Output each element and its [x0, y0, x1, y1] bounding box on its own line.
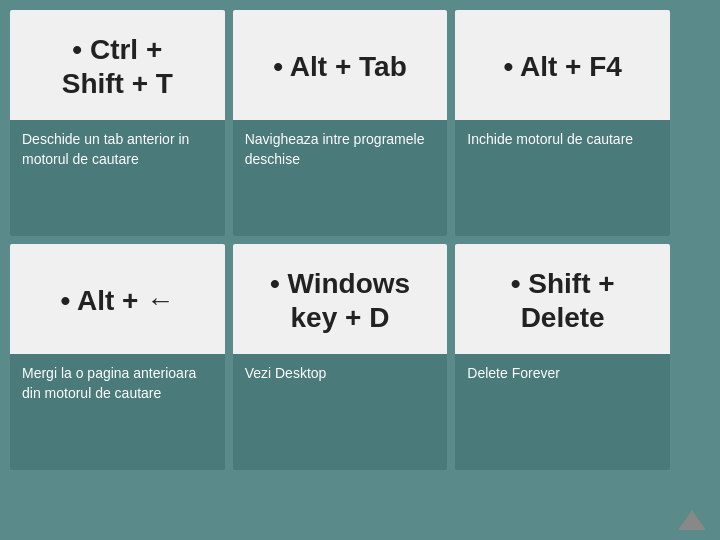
card-ctrl-shift-t: • Ctrl + Shift + T Deschide un tab anter…: [10, 10, 225, 236]
card-bottom-shift-delete: Delete Forever: [455, 354, 670, 470]
card-bottom-windows-d: Vezi Desktop: [233, 354, 448, 470]
card-alt-f4: • Alt + F4 Inchide motorul de cautare: [455, 10, 670, 236]
card-top-alt-left: • Alt + ←: [10, 244, 225, 354]
shortcut-alt-tab: • Alt + Tab: [273, 50, 406, 84]
card-top-alt-f4: • Alt + F4: [455, 10, 670, 120]
card-top-shift-delete: • Shift + Delete: [455, 244, 670, 354]
card-bottom-alt-tab: Navigheaza intre programele deschise: [233, 120, 448, 236]
desc-ctrl-shift-t: Deschide un tab anterior in motorul de c…: [22, 130, 213, 169]
card-bottom-alt-left: Mergi la o pagina anterioara din motorul…: [10, 354, 225, 470]
shortcut-alt-left: • Alt + ←: [60, 284, 174, 318]
shortcut-shift-delete: • Shift + Delete: [511, 267, 615, 334]
desc-alt-tab: Navigheaza intre programele deschise: [245, 130, 436, 169]
card-bottom-alt-f4: Inchide motorul de cautare: [455, 120, 670, 236]
page-wrapper: • Ctrl + Shift + T Deschide un tab anter…: [0, 0, 720, 540]
desc-alt-f4: Inchide motorul de cautare: [467, 130, 633, 150]
card-top-alt-tab: • Alt + Tab: [233, 10, 448, 120]
home-icon: [678, 510, 706, 530]
card-top-ctrl-shift-t: • Ctrl + Shift + T: [10, 10, 225, 120]
desc-shift-delete: Delete Forever: [467, 364, 560, 384]
card-windows-d: • Windows key + D Vezi Desktop: [233, 244, 448, 470]
shortcut-windows-d: • Windows key + D: [270, 267, 410, 334]
card-alt-tab: • Alt + Tab Navigheaza intre programele …: [233, 10, 448, 236]
card-shift-delete: • Shift + Delete Delete Forever: [455, 244, 670, 470]
desc-alt-left: Mergi la o pagina anterioara din motorul…: [22, 364, 213, 403]
card-top-windows-d: • Windows key + D: [233, 244, 448, 354]
card-alt-left: • Alt + ← Mergi la o pagina anterioara d…: [10, 244, 225, 470]
shortcut-alt-f4: • Alt + F4: [503, 50, 621, 84]
shortcut-grid: • Ctrl + Shift + T Deschide un tab anter…: [0, 0, 680, 480]
card-bottom-ctrl-shift-t: Deschide un tab anterior in motorul de c…: [10, 120, 225, 236]
desc-windows-d: Vezi Desktop: [245, 364, 327, 384]
shortcut-ctrl-shift-t: • Ctrl + Shift + T: [62, 33, 173, 100]
